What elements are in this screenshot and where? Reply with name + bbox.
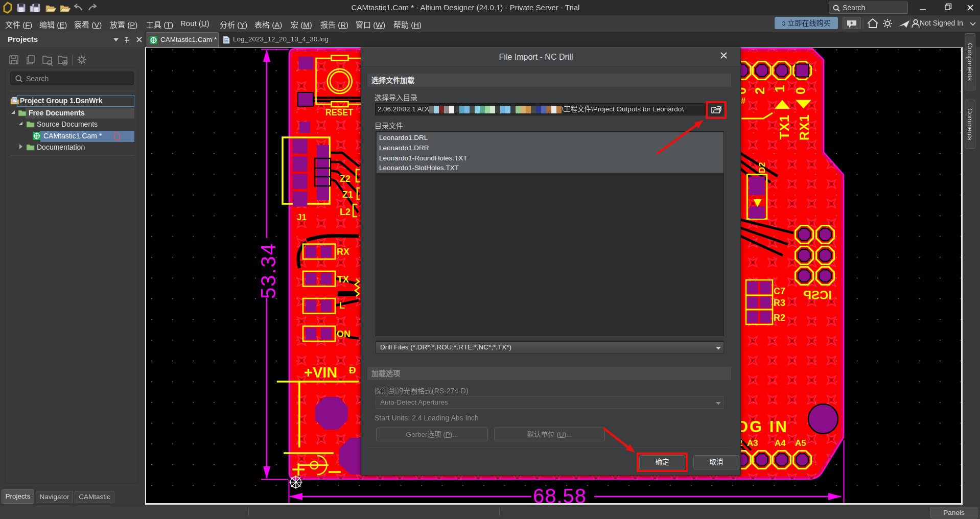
svg-text:TX: TX: [337, 274, 349, 285]
svg-text:J1: J1: [297, 213, 307, 222]
svg-text:68.58: 68.58: [533, 485, 587, 503]
svg-text:0: 0: [793, 87, 808, 95]
svg-text:TX1: TX1: [777, 114, 791, 139]
svg-text:RESET: RESET: [325, 107, 354, 117]
svg-text:ICSP: ICSP: [803, 288, 832, 302]
svg-text:Ð: Ð: [349, 365, 356, 375]
svg-text:L: L: [339, 300, 345, 311]
svg-text:R2: R2: [774, 313, 785, 323]
svg-text:A3: A3: [747, 438, 758, 448]
svg-text:A4: A4: [775, 438, 786, 448]
svg-text:1: 1: [772, 85, 787, 92]
svg-text:D2: D2: [757, 162, 767, 173]
svg-text:Z2: Z2: [340, 174, 351, 184]
svg-text:L2: L2: [340, 207, 351, 217]
svg-text:RX: RX: [337, 247, 349, 257]
svg-text:#: #: [741, 97, 745, 105]
svg-text:C7: C7: [774, 286, 785, 296]
svg-text:2: 2: [752, 87, 767, 95]
svg-text:OG IN: OG IN: [736, 418, 788, 436]
svg-text:A5: A5: [795, 438, 806, 448]
svg-text:Z1: Z1: [342, 190, 353, 200]
svg-text:ON: ON: [337, 329, 351, 339]
svg-text:RX1: RX1: [797, 114, 811, 140]
svg-text:53.34: 53.34: [257, 243, 279, 299]
svg-text:+VIN: +VIN: [304, 364, 337, 381]
svg-text:R3: R3: [774, 298, 785, 308]
